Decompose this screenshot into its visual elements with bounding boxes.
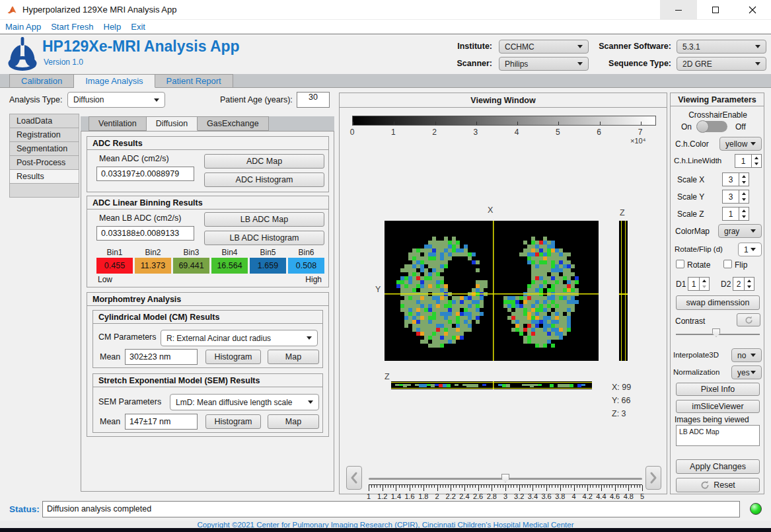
menu-item-help[interactable]: Help (104, 22, 122, 32)
menu-item-exit[interactable]: Exit (131, 22, 145, 32)
spinner-up-icon[interactable] (745, 278, 754, 284)
patient-age-input[interactable]: 30 (297, 92, 330, 108)
sem-map-button[interactable]: Map (268, 414, 319, 429)
spinner-arrows[interactable] (739, 190, 749, 204)
scanner-software-dropdown[interactable]: 5.3.1 (677, 40, 766, 54)
colorbar-tick-label: 1 (391, 128, 396, 137)
cm-parameters-dropdown[interactable]: R: External Acinar duct radius (161, 330, 318, 346)
pixel-info-button[interactable]: Pixel Info (676, 383, 760, 396)
normalization-dropdown[interactable]: yes (731, 365, 762, 379)
spinner-up-icon[interactable] (700, 278, 709, 284)
close-button[interactable] (734, 0, 771, 20)
spinner-up-icon[interactable] (739, 190, 749, 197)
cm-map-button[interactable]: Map (268, 350, 319, 364)
sidebar-item-loaddata[interactable]: LoadData (9, 114, 79, 128)
title-bar: Hyperpolarized 129Xe MRI Analysis App (0, 0, 771, 20)
coronal-strip-view[interactable] (391, 381, 592, 389)
spinner-down-icon[interactable] (739, 214, 749, 221)
next-slice-button[interactable] (645, 466, 661, 490)
chevron-down-icon (755, 45, 760, 48)
scanner-dropdown[interactable]: Philips (499, 57, 589, 71)
analysis-type-dropdown[interactable]: Diffusion (67, 92, 165, 108)
crosshair-toggle[interactable] (697, 121, 727, 132)
tab-patient-report[interactable]: Patient Report (155, 74, 233, 88)
spinner-arrows[interactable] (739, 207, 749, 221)
minimize-button[interactable] (660, 0, 697, 20)
reset-button[interactable]: Reset (676, 478, 760, 492)
colorbar-tick (641, 122, 642, 125)
ruler-tick (615, 485, 616, 491)
cm-histogram-button[interactable]: Histogram (205, 350, 261, 364)
cm-mean-value[interactable]: 302±23 nm (125, 349, 198, 365)
spinner-down-icon[interactable] (739, 180, 749, 186)
sidebar-item-registration[interactable]: Registration (9, 128, 79, 142)
ruler-tick (470, 485, 470, 488)
contrast-label: Contrast (675, 317, 705, 326)
low-label: Low (98, 275, 112, 284)
spinner-up-icon[interactable] (739, 173, 749, 180)
lb-adc-map-button[interactable]: LB ADC Map (204, 212, 324, 227)
adc-histogram-button[interactable]: ADC Histogram (204, 172, 324, 187)
imsliceviewer-button[interactable]: imSliceViewer (676, 400, 760, 413)
scale-z-spinner[interactable]: 1 (722, 207, 749, 221)
tab-image-analysis[interactable]: Image Analysis (74, 74, 155, 88)
status-message[interactable]: Diffusion analysis completed (42, 501, 740, 517)
contrast-slider-thumb[interactable] (712, 328, 720, 337)
ruler-tick (448, 485, 449, 488)
axial-slice-view[interactable] (385, 221, 599, 361)
spinner-down-icon[interactable] (752, 161, 761, 168)
sequence-type-dropdown[interactable]: 2D GRE (677, 57, 766, 71)
previous-slice-button[interactable] (346, 466, 362, 490)
spinner-arrows[interactable] (739, 172, 749, 186)
swap-dimension-button[interactable]: swap dimenssion (676, 295, 760, 310)
ch-linewidth-spinner[interactable]: 1 (735, 154, 762, 168)
rotate-flip-dropdown[interactable]: 1 (738, 243, 762, 256)
apply-changes-button[interactable]: Apply Changes (676, 459, 760, 474)
sem-parameters-dropdown[interactable]: LmD: Mean diffusive length scale (170, 394, 319, 410)
tab-calibration[interactable]: Calibration (9, 74, 74, 88)
spinner-arrows[interactable] (752, 154, 762, 168)
interpolate3d-dropdown[interactable]: no (731, 348, 762, 362)
ruler-tick (451, 485, 451, 491)
menu-item-start-fresh[interactable]: Start Fresh (51, 22, 93, 32)
subtab-gasexchange[interactable]: GasExchange (198, 116, 269, 131)
sagittal-strip-view[interactable] (619, 221, 628, 361)
mean-adc-value[interactable]: 0.033197±0.0088979 (96, 167, 194, 181)
sidebar-item-segmentation[interactable]: Segmentation (9, 141, 79, 156)
colormap-dropdown[interactable]: gray (718, 224, 762, 238)
institute-dropdown[interactable]: CCHMC (499, 40, 589, 54)
status-indicator (750, 503, 762, 515)
lb-adc-histogram-button[interactable]: LB ADC Histogram (204, 231, 324, 245)
rotate-checkbox[interactable] (676, 260, 684, 268)
sem-histogram-button[interactable]: Histogram (205, 414, 261, 429)
sidebar-item-post-process[interactable]: Post-Process (9, 155, 79, 170)
scale-y-spinner[interactable]: 3 (722, 190, 749, 204)
spinner-down-icon[interactable] (739, 197, 749, 204)
d2-spinner[interactable]: 2 (733, 277, 754, 291)
spinner-up-icon[interactable] (739, 208, 749, 214)
viewing-window-title: Viewing Window (340, 93, 667, 108)
d1-spinner[interactable]: 1 (688, 277, 710, 291)
ch-color-dropdown[interactable]: yellow (719, 137, 762, 151)
subtab-diffusion[interactable]: Diffusion (147, 116, 198, 131)
bin-value: 0.455 (96, 258, 133, 274)
spinner-arrows[interactable] (745, 277, 754, 291)
menu-item-main-app[interactable]: Main App (5, 22, 41, 32)
slice-slider-thumb[interactable] (501, 474, 509, 482)
spinner-up-icon[interactable] (752, 155, 761, 161)
images-being-viewed-listbox[interactable]: LB ADC Map (676, 425, 760, 446)
maximize-button[interactable] (697, 0, 734, 20)
adc-map-button[interactable]: ADC Map (204, 154, 324, 169)
subtab-ventilation[interactable]: Ventilation (89, 116, 147, 131)
mean-lb-adc-value[interactable]: 0.033188±0.0089133 (96, 226, 194, 241)
flip-checkbox[interactable] (723, 260, 732, 268)
spinner-down-icon[interactable] (700, 284, 709, 291)
scale-x-spinner[interactable]: 3 (722, 172, 749, 186)
sidebar-item-results[interactable]: Results (9, 169, 79, 184)
spinner-down-icon[interactable] (745, 284, 754, 291)
contrast-reset-button[interactable] (737, 313, 760, 326)
sem-mean-value[interactable]: 147±17 nm (125, 414, 198, 430)
institute-label: Institute: (436, 42, 492, 51)
spinner-arrows[interactable] (700, 277, 710, 291)
ruler-tick (626, 485, 626, 488)
